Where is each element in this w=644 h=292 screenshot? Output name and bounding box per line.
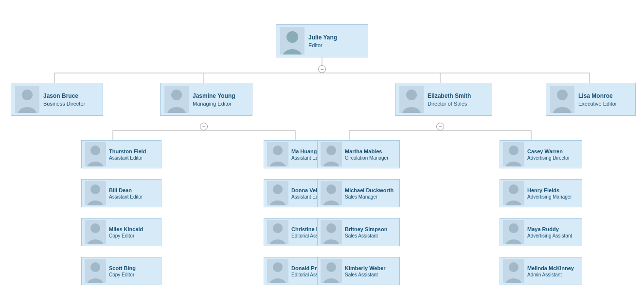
svg-point-81 (509, 184, 519, 194)
thurston-name: Thurston Field (109, 148, 146, 154)
michael-name: Michael Duckworth (345, 187, 394, 193)
michael-role: Sales Manager (345, 194, 394, 200)
scott-role: Copy Editor (109, 272, 136, 277)
l1-lisa: Lisa Monroe Executive Editor (546, 83, 636, 116)
jasmine-role: Managing Editor (193, 101, 235, 107)
casey-card: Casey Warren Advertising Director (500, 140, 582, 168)
michael-card: Michael Duckworth Sales Manager (317, 179, 400, 207)
l1-jason: Jason Bruce Business Director (11, 83, 103, 116)
melinda-text: Melinda McKinney Admin Assistant (527, 265, 574, 277)
jason-role: Business Director (43, 101, 85, 107)
bill-text: Bill Dean Assistant Editor (109, 187, 143, 200)
martha-name: Martha Mables (345, 148, 389, 154)
thurston-card: Thurston Field Assistant Editor (81, 140, 161, 168)
maya-role: Advertising Assistant (527, 233, 572, 238)
henry-role: Advertising Manager (527, 194, 572, 200)
henry-avatar (503, 181, 524, 205)
jason-avatar (15, 86, 39, 113)
svg-point-57 (273, 184, 283, 194)
casey-name: Casey Warren (527, 148, 570, 154)
svg-point-27 (286, 31, 298, 43)
svg-point-69 (326, 184, 336, 194)
christine-avatar (267, 220, 288, 244)
miles-card: Miles Kincaid Copy Editor (81, 218, 161, 246)
michael-avatar (321, 181, 342, 205)
svg-point-36 (406, 90, 417, 100)
svg-point-78 (509, 146, 519, 155)
jason-text: Jason Bruce Business Director (43, 92, 85, 107)
root-node: Julie Yang Editor (276, 24, 368, 57)
kimberly-avatar (321, 259, 342, 283)
elizabeth-text: Elizabeth Smith Director of Sales (428, 92, 471, 107)
miles-role: Copy Editor (109, 233, 143, 238)
svg-point-72 (326, 223, 336, 233)
elizabeth-toggle[interactable]: − (436, 123, 444, 130)
maya-text: Maya Ruddy Advertising Assistant (527, 226, 572, 238)
svg-point-30 (22, 90, 33, 100)
jasmine-text: Jasmine Young Managing Editor (193, 92, 235, 107)
martha-card: Martha Mables Circulation Manager (317, 140, 400, 168)
svg-point-51 (90, 262, 100, 272)
elizabeth-role: Director of Sales (428, 101, 471, 107)
jason-name: Jason Bruce (43, 92, 85, 99)
britney-name: Britney Simpson (345, 226, 387, 232)
donna-avatar (267, 181, 288, 205)
svg-point-39 (557, 90, 568, 100)
scott-text: Scott Bing Copy Editor (109, 265, 136, 277)
melinda-avatar (503, 259, 524, 283)
svg-point-75 (326, 262, 336, 272)
lisa-name: Lisa Monroe (578, 92, 617, 99)
martha-role: Circulation Manager (345, 155, 389, 161)
henry-name: Henry Fields (527, 187, 572, 193)
martha-text: Martha Mables Circulation Manager (345, 148, 389, 161)
donald-avatar (267, 259, 288, 283)
casey-role: Advertising Director (527, 155, 570, 161)
scott-name: Scott Bing (109, 265, 136, 271)
jasmine-toggle[interactable]: − (200, 123, 208, 130)
miles-name: Miles Kincaid (109, 226, 143, 232)
kimberly-text: Kimberly Weber Sales Assistant (345, 265, 386, 277)
svg-point-63 (273, 262, 283, 272)
henry-card: Henry Fields Advertising Manager (500, 179, 582, 207)
thurston-text: Thurston Field Assistant Editor (109, 148, 146, 161)
kimberly-role: Sales Assistant (345, 272, 386, 277)
henry-text: Henry Fields Advertising Manager (527, 187, 572, 200)
maya-name: Maya Ruddy (527, 226, 572, 232)
bill-card: Bill Dean Assistant Editor (81, 179, 161, 207)
jasmine-avatar (164, 86, 189, 113)
lisa-text: Lisa Monroe Executive Editor (578, 92, 617, 107)
thurston-avatar (85, 142, 106, 166)
britney-role: Sales Assistant (345, 233, 387, 238)
kimberly-card: Kimberly Weber Sales Assistant (317, 257, 400, 285)
root-role: Editor (308, 42, 337, 48)
elizabeth-avatar (399, 86, 424, 113)
l1-jasmine: Jasmine Young Managing Editor (160, 83, 252, 116)
maya-card: Maya Ruddy Advertising Assistant (500, 218, 582, 246)
casey-avatar (503, 142, 524, 166)
elizabeth-name: Elizabeth Smith (428, 92, 471, 99)
chart-layout: Julie Yang Editor − Jason Bruce Business… (6, 10, 638, 292)
bill-role: Assistant Editor (109, 194, 143, 200)
svg-point-42 (90, 146, 100, 155)
svg-point-84 (509, 223, 519, 233)
michael-text: Michael Duckworth Sales Manager (345, 187, 394, 200)
britney-avatar (321, 220, 342, 244)
jasmine-name: Jasmine Young (193, 92, 235, 99)
root-avatar (280, 27, 304, 55)
melinda-name: Melinda McKinney (527, 265, 574, 271)
mahuang-avatar (267, 142, 288, 166)
melinda-card: Melinda McKinney Admin Assistant (500, 257, 582, 285)
scott-avatar (85, 259, 106, 283)
miles-avatar (85, 220, 106, 244)
lisa-avatar (550, 86, 574, 113)
bill-name: Bill Dean (109, 187, 143, 193)
bill-avatar (85, 181, 106, 205)
lisa-role: Executive Editor (578, 101, 617, 107)
scott-card: Scott Bing Copy Editor (81, 257, 161, 285)
thurston-role: Assistant Editor (109, 155, 146, 161)
root-toggle[interactable]: − (318, 65, 326, 73)
l1-elizabeth: Elizabeth Smith Director of Sales (395, 83, 492, 116)
svg-point-60 (273, 223, 283, 233)
svg-point-54 (273, 146, 283, 155)
svg-point-45 (90, 184, 100, 194)
